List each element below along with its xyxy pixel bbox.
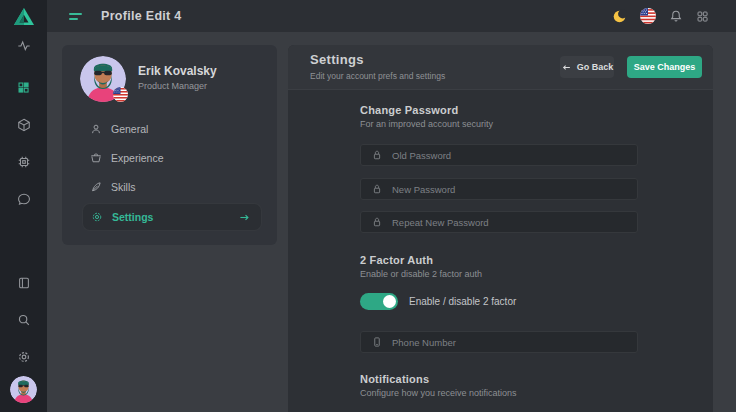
feather-icon: [90, 181, 102, 193]
apps-grid-icon[interactable]: [696, 10, 709, 23]
two-factor-toggle[interactable]: [360, 293, 398, 310]
repeat-password-input[interactable]: [392, 212, 637, 232]
activity-icon[interactable]: [0, 39, 47, 53]
menu-item-skills[interactable]: Skills: [82, 177, 262, 197]
page-title: Profile Edit 4: [101, 9, 182, 23]
two-factor-title: 2 Factor Auth: [360, 254, 433, 266]
user-name: Erik Kovalsky: [138, 64, 217, 78]
app-logo-icon[interactable]: [0, 7, 47, 26]
notifications-title: Notifications: [360, 373, 429, 385]
change-password-title: Change Password: [360, 104, 458, 116]
notifications-subtitle: Configure how you receive notifications: [360, 388, 517, 398]
user-role: Product Manager: [138, 81, 207, 91]
settings-panel: Settings Edit your account prefs and set…: [288, 45, 713, 412]
search-icon[interactable]: [0, 313, 47, 327]
us-flag-badge-icon: [113, 87, 128, 102]
old-password-input[interactable]: [392, 145, 637, 165]
repeat-password-field[interactable]: [360, 211, 638, 233]
profile-card: Erik Kovalsky Product Manager General Ex…: [62, 45, 277, 245]
package-icon[interactable]: [0, 118, 47, 132]
settings-title: Settings: [310, 52, 364, 67]
new-password-input[interactable]: [392, 179, 637, 199]
notifications-bell-icon[interactable]: [669, 9, 683, 23]
menu-item-label: Skills: [111, 181, 136, 193]
phone-number-field[interactable]: [360, 331, 638, 353]
app-window: Profile Edit 4 Erik Kovalsky Product Man…: [0, 0, 736, 412]
menu-item-label: General: [111, 123, 148, 135]
gear-icon: [91, 211, 103, 223]
lock-icon: [371, 216, 383, 228]
toggle-knob: [383, 295, 396, 308]
phone-icon: [371, 336, 383, 348]
save-changes-button[interactable]: Save Changes: [627, 56, 702, 78]
menu-item-experience[interactable]: Experience: [82, 148, 262, 168]
menu-burger-icon[interactable]: [69, 13, 82, 20]
menu-item-general[interactable]: General: [82, 119, 262, 139]
go-back-button[interactable]: Go Back: [560, 56, 614, 78]
lock-icon: [371, 149, 383, 161]
phone-number-input[interactable]: [392, 332, 637, 352]
icon-sidebar: [0, 0, 47, 412]
language-flag-us-icon[interactable]: [640, 8, 656, 24]
menu-item-label: Settings: [112, 211, 153, 223]
notebook-panel-icon[interactable]: [0, 276, 47, 290]
new-password-field[interactable]: [360, 178, 638, 200]
settings-gear-icon[interactable]: [0, 350, 47, 364]
two-factor-subtitle: Enable or disable 2 factor auth: [360, 269, 482, 279]
settings-subtitle: Edit your account prefs and settings: [310, 71, 445, 81]
menu-item-settings-active[interactable]: Settings: [82, 203, 262, 231]
dark-mode-moon-icon[interactable]: [612, 9, 627, 24]
arrow-right-icon: [238, 212, 251, 223]
old-password-field[interactable]: [360, 144, 638, 166]
dashboard-grid-icon[interactable]: [0, 81, 47, 94]
change-password-subtitle: For an improved account security: [360, 119, 493, 129]
two-factor-toggle-label: Enable / disable 2 factor: [409, 296, 516, 307]
sidebar-user-avatar[interactable]: [0, 376, 47, 403]
person-icon: [90, 123, 102, 135]
two-factor-toggle-row: Enable / disable 2 factor: [360, 293, 516, 310]
briefcase-icon: [90, 152, 102, 164]
chat-bubble-icon[interactable]: [0, 192, 47, 206]
topbar: Profile Edit 4: [47, 0, 736, 32]
lock-icon: [371, 183, 383, 195]
settings-panel-header: Settings Edit your account prefs and set…: [288, 45, 713, 90]
cpu-chip-icon[interactable]: [0, 155, 47, 169]
arrow-left-icon: [561, 63, 572, 72]
menu-item-label: Experience: [111, 152, 164, 164]
